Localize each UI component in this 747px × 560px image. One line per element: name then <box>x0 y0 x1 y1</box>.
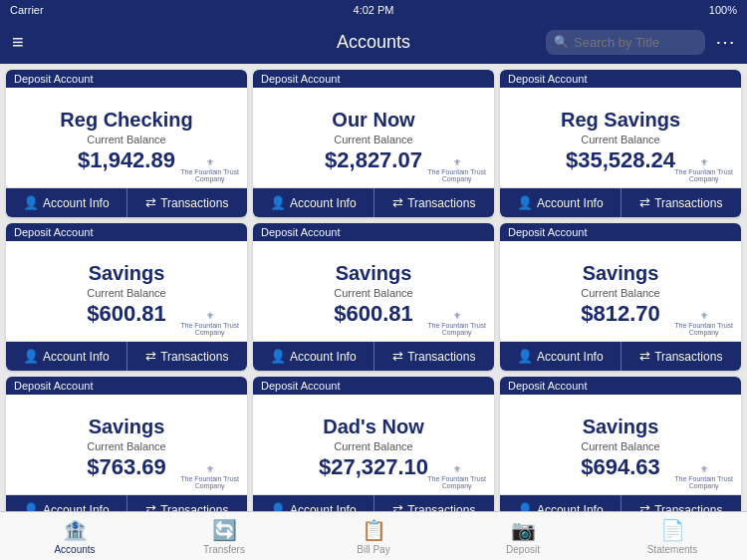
account-info-icon: 👤 <box>270 195 286 210</box>
tab-bar: 🏦 Accounts 🔄 Transfers 📋 Bill Pay 📷 Depo… <box>0 511 747 560</box>
transactions-icon: ⇄ <box>639 502 650 511</box>
account-info-button[interactable]: 👤 Account Info <box>6 188 127 217</box>
tab-icon-statements: 📄 <box>660 518 685 542</box>
balance-label: Current Balance <box>581 287 660 299</box>
transactions-icon: ⇄ <box>392 502 403 511</box>
accounts-scroll-area: Deposit Account Reg Checking Current Bal… <box>0 64 747 511</box>
account-name: Reg Savings <box>561 109 680 132</box>
search-input[interactable] <box>546 30 705 55</box>
card-body: Reg Savings Current Balance $35,528.24 ⚜… <box>500 88 741 187</box>
card-body: Savings Current Balance $694.63 ⚜ The Fo… <box>500 395 741 494</box>
balance-amount: $35,528.24 <box>566 147 675 173</box>
card-actions: 👤 Account Info ⇄ Transactions <box>253 341 494 371</box>
tab-icon-bill pay: 📋 <box>362 518 386 542</box>
account-name: Our Now <box>332 109 414 132</box>
tab-label-transfers: Transfers <box>203 544 245 555</box>
balance-amount: $694.63 <box>581 454 660 480</box>
transactions-button[interactable]: ⇄ Transactions <box>622 342 742 371</box>
transactions-icon: ⇄ <box>145 502 156 511</box>
nav-bar: ≡ Accounts 🔍 ⋯ <box>0 20 747 64</box>
balance-label: Current Balance <box>87 134 166 145</box>
account-info-label: Account Info <box>537 503 604 512</box>
account-name: Savings <box>89 262 165 285</box>
card-actions: 👤 Account Info ⇄ Transactions <box>500 494 741 511</box>
bank-logo: ⚜ The Fountain Trust Company <box>674 312 733 337</box>
transactions-button[interactable]: ⇄ Transactions <box>127 495 248 511</box>
transactions-icon: ⇄ <box>639 349 650 364</box>
card-actions: 👤 Account Info ⇄ Transactions <box>500 187 741 217</box>
tab-accounts[interactable]: 🏦 Accounts <box>0 514 149 559</box>
account-info-button[interactable]: 👤 Account Info <box>253 495 374 511</box>
account-info-icon: 👤 <box>23 349 39 364</box>
transactions-label: Transactions <box>407 196 475 210</box>
tab-label-statements: Statements <box>647 544 698 555</box>
transactions-icon: ⇄ <box>392 349 403 364</box>
card-body: Savings Current Balance $763.69 ⚜ The Fo… <box>6 395 247 494</box>
card-body: Savings Current Balance $600.81 ⚜ The Fo… <box>253 241 494 341</box>
menu-button[interactable]: ≡ <box>12 31 24 54</box>
balance-label: Current Balance <box>87 287 166 299</box>
account-info-icon: 👤 <box>270 349 286 364</box>
account-info-button[interactable]: 👤 Account Info <box>6 342 127 371</box>
nav-right: 🔍 ⋯ <box>546 30 735 55</box>
account-info-button[interactable]: 👤 Account Info <box>500 188 622 217</box>
balance-label: Current Balance <box>334 287 413 299</box>
tab-bill-pay[interactable]: 📋 Bill Pay <box>299 514 448 559</box>
tab-icon-transfers: 🔄 <box>212 518 237 542</box>
nav-title: Accounts <box>337 32 410 53</box>
tab-icon-deposit: 📷 <box>511 518 536 542</box>
card-actions: 👤 Account Info ⇄ Transactions <box>253 494 494 511</box>
account-info-label: Account Info <box>290 350 357 364</box>
card-body: Reg Checking Current Balance $1,942.89 ⚜… <box>6 88 247 187</box>
account-name: Savings <box>583 416 659 438</box>
tab-label-bill pay: Bill Pay <box>357 544 389 555</box>
carrier-label: Carrier <box>10 4 44 16</box>
account-info-button[interactable]: 👤 Account Info <box>500 342 622 371</box>
search-wrapper: 🔍 <box>546 30 705 55</box>
transactions-button[interactable]: ⇄ Transactions <box>127 342 248 371</box>
account-info-icon: 👤 <box>23 502 39 511</box>
transactions-button[interactable]: ⇄ Transactions <box>374 342 495 371</box>
account-type-badge: Deposit Account <box>253 223 494 241</box>
transactions-button[interactable]: ⇄ Transactions <box>374 495 495 511</box>
transactions-button[interactable]: ⇄ Transactions <box>374 188 495 217</box>
account-info-label: Account Info <box>290 196 357 210</box>
account-info-label: Account Info <box>290 503 357 512</box>
balance-amount: $2,827.07 <box>325 147 422 173</box>
bank-logo: ⚜ The Fountain Trust Company <box>427 312 486 337</box>
account-name: Savings <box>336 262 412 285</box>
account-name: Savings <box>89 416 165 438</box>
transactions-button[interactable]: ⇄ Transactions <box>127 188 248 217</box>
transactions-button[interactable]: ⇄ Transactions <box>622 188 742 217</box>
account-card: Deposit Account Savings Current Balance … <box>500 223 741 371</box>
bank-logo: ⚜ The Fountain Trust Company <box>180 158 239 183</box>
account-info-icon: 👤 <box>23 195 39 210</box>
bank-logo: ⚜ The Fountain Trust Company <box>180 465 239 490</box>
transactions-label: Transactions <box>654 350 722 364</box>
account-info-label: Account Info <box>43 503 110 512</box>
transactions-icon: ⇄ <box>145 195 156 210</box>
account-type-badge: Deposit Account <box>6 377 247 395</box>
card-actions: 👤 Account Info ⇄ Transactions <box>6 494 247 511</box>
account-name: Savings <box>583 262 659 285</box>
tab-statements[interactable]: 📄 Statements <box>598 514 747 559</box>
account-info-button[interactable]: 👤 Account Info <box>253 188 374 217</box>
bank-logo: ⚜ The Fountain Trust Company <box>427 158 486 183</box>
account-type-badge: Deposit Account <box>500 377 741 395</box>
account-info-button[interactable]: 👤 Account Info <box>500 495 622 511</box>
balance-label: Current Balance <box>334 440 413 452</box>
account-card: Deposit Account Savings Current Balance … <box>500 377 741 511</box>
account-info-button[interactable]: 👤 Account Info <box>253 342 374 371</box>
bank-logo: ⚜ The Fountain Trust Company <box>180 312 239 337</box>
account-info-button[interactable]: 👤 Account Info <box>6 495 127 511</box>
tab-deposit[interactable]: 📷 Deposit <box>448 514 598 559</box>
tab-transfers[interactable]: 🔄 Transfers <box>149 514 299 559</box>
account-card: Deposit Account Savings Current Balance … <box>6 377 247 511</box>
account-name: Dad's Now <box>323 416 423 438</box>
accounts-grid: Deposit Account Reg Checking Current Bal… <box>6 70 741 511</box>
transactions-label: Transactions <box>407 350 475 364</box>
more-button[interactable]: ⋯ <box>715 30 735 54</box>
account-info-label: Account Info <box>537 350 604 364</box>
transactions-button[interactable]: ⇄ Transactions <box>622 495 742 511</box>
transactions-label: Transactions <box>407 503 475 512</box>
